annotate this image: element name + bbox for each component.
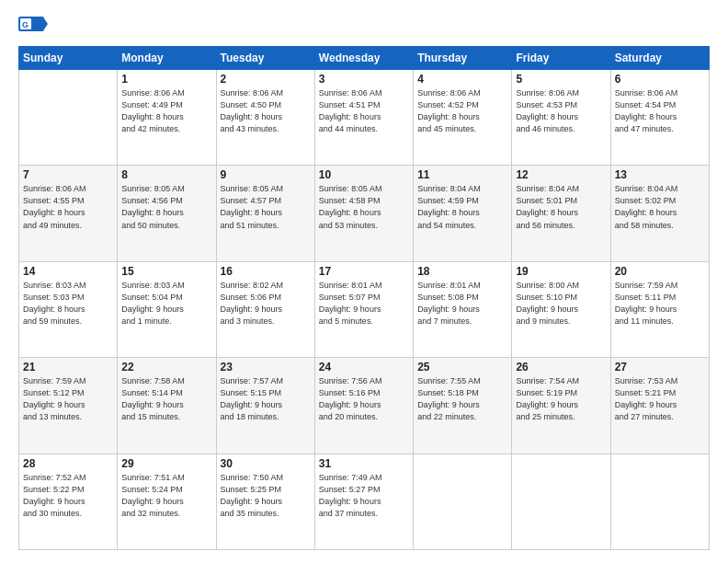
day-number: 6 <box>615 73 705 86</box>
calendar-cell: 19Sunrise: 8:00 AMSunset: 5:10 PMDayligh… <box>512 261 610 357</box>
calendar-cell: 26Sunrise: 7:54 AMSunset: 5:19 PMDayligh… <box>512 358 610 454</box>
calendar-cell: 15Sunrise: 8:03 AMSunset: 5:04 PMDayligh… <box>118 261 216 357</box>
day-info: Sunrise: 8:05 AMSunset: 4:57 PMDaylight:… <box>221 183 311 231</box>
calendar-cell: 6Sunrise: 8:06 AMSunset: 4:54 PMDaylight… <box>610 70 709 166</box>
calendar-cell: 31Sunrise: 7:49 AMSunset: 5:27 PMDayligh… <box>314 454 413 549</box>
day-info: Sunrise: 8:03 AMSunset: 5:04 PMDaylight:… <box>121 280 211 327</box>
page: G SundayMondayTuesdayWednesdayThursdayFr… <box>0 0 728 563</box>
day-info: Sunrise: 8:01 AMSunset: 5:08 PMDaylight:… <box>417 280 507 327</box>
calendar-week-row: 28Sunrise: 7:52 AMSunset: 5:22 PMDayligh… <box>19 454 710 549</box>
calendar-cell: 8Sunrise: 8:05 AMSunset: 4:56 PMDaylight… <box>118 166 216 261</box>
calendar-cell <box>610 454 709 549</box>
calendar-cell: 27Sunrise: 7:53 AMSunset: 5:21 PMDayligh… <box>610 358 709 454</box>
day-number: 10 <box>319 168 409 181</box>
day-info: Sunrise: 7:51 AMSunset: 5:24 PMDaylight:… <box>121 472 211 520</box>
day-number: 29 <box>121 457 211 470</box>
calendar-table: SundayMondayTuesdayWednesdayThursdayFrid… <box>18 46 710 550</box>
day-number: 23 <box>221 361 311 373</box>
day-number: 7 <box>23 168 113 181</box>
calendar-cell: 4Sunrise: 8:06 AMSunset: 4:52 PMDaylight… <box>414 70 512 166</box>
day-info: Sunrise: 7:58 AMSunset: 5:14 PMDaylight:… <box>121 375 211 423</box>
day-info: Sunrise: 7:59 AMSunset: 5:11 PMDaylight:… <box>615 280 705 327</box>
day-number: 16 <box>221 265 311 278</box>
calendar-cell: 14Sunrise: 8:03 AMSunset: 5:03 PMDayligh… <box>19 261 118 357</box>
day-info: Sunrise: 7:59 AMSunset: 5:12 PMDaylight:… <box>23 375 113 423</box>
day-number: 25 <box>417 361 507 373</box>
calendar-cell: 2Sunrise: 8:06 AMSunset: 4:50 PMDaylight… <box>216 70 314 166</box>
day-info: Sunrise: 7:54 AMSunset: 5:19 PMDaylight:… <box>516 375 606 423</box>
calendar-cell: 7Sunrise: 8:06 AMSunset: 4:55 PMDaylight… <box>19 166 118 261</box>
day-info: Sunrise: 7:56 AMSunset: 5:16 PMDaylight:… <box>319 375 409 423</box>
logo-icon: G <box>18 17 48 37</box>
day-number: 1 <box>121 73 211 86</box>
calendar-cell: 20Sunrise: 7:59 AMSunset: 5:11 PMDayligh… <box>610 261 709 357</box>
header: G <box>18 17 710 37</box>
day-info: Sunrise: 8:01 AMSunset: 5:07 PMDaylight:… <box>319 280 409 327</box>
calendar-cell: 24Sunrise: 7:56 AMSunset: 5:16 PMDayligh… <box>314 358 413 454</box>
calendar-cell: 23Sunrise: 7:57 AMSunset: 5:15 PMDayligh… <box>216 358 314 454</box>
logo: G <box>18 17 51 37</box>
calendar-cell: 16Sunrise: 8:02 AMSunset: 5:06 PMDayligh… <box>216 261 314 357</box>
day-number: 20 <box>615 265 705 278</box>
calendar-week-row: 21Sunrise: 7:59 AMSunset: 5:12 PMDayligh… <box>19 358 710 454</box>
calendar-cell: 12Sunrise: 8:04 AMSunset: 5:01 PMDayligh… <box>512 166 610 261</box>
calendar-cell: 21Sunrise: 7:59 AMSunset: 5:12 PMDayligh… <box>19 358 118 454</box>
day-number: 30 <box>221 457 311 470</box>
day-info: Sunrise: 8:06 AMSunset: 4:53 PMDaylight:… <box>516 87 606 135</box>
day-info: Sunrise: 8:04 AMSunset: 4:59 PMDaylight:… <box>417 183 507 231</box>
day-info: Sunrise: 8:04 AMSunset: 5:01 PMDaylight:… <box>516 183 606 231</box>
day-number: 8 <box>121 168 211 181</box>
calendar-cell <box>19 70 118 166</box>
calendar-cell: 25Sunrise: 7:55 AMSunset: 5:18 PMDayligh… <box>414 358 512 454</box>
calendar-cell: 3Sunrise: 8:06 AMSunset: 4:51 PMDaylight… <box>314 70 413 166</box>
header-row: SundayMondayTuesdayWednesdayThursdayFrid… <box>19 47 710 70</box>
day-info: Sunrise: 8:06 AMSunset: 4:50 PMDaylight:… <box>221 87 311 135</box>
day-info: Sunrise: 8:00 AMSunset: 5:10 PMDaylight:… <box>516 280 606 327</box>
day-info: Sunrise: 7:55 AMSunset: 5:18 PMDaylight:… <box>417 375 507 423</box>
day-info: Sunrise: 8:06 AMSunset: 4:51 PMDaylight:… <box>319 87 409 135</box>
calendar-cell: 28Sunrise: 7:52 AMSunset: 5:22 PMDayligh… <box>19 454 118 549</box>
day-info: Sunrise: 8:05 AMSunset: 4:58 PMDaylight:… <box>319 183 409 231</box>
calendar-cell: 5Sunrise: 8:06 AMSunset: 4:53 PMDaylight… <box>512 70 610 166</box>
day-number: 2 <box>221 73 311 86</box>
calendar-cell: 1Sunrise: 8:06 AMSunset: 4:49 PMDaylight… <box>118 70 216 166</box>
weekday-header: Saturday <box>610 47 709 70</box>
day-number: 5 <box>516 73 606 86</box>
day-number: 15 <box>121 265 211 278</box>
day-info: Sunrise: 8:06 AMSunset: 4:54 PMDaylight:… <box>615 87 705 135</box>
day-info: Sunrise: 8:02 AMSunset: 5:06 PMDaylight:… <box>221 280 311 327</box>
weekday-header: Wednesday <box>314 47 413 70</box>
calendar-cell: 10Sunrise: 8:05 AMSunset: 4:58 PMDayligh… <box>314 166 413 261</box>
day-number: 11 <box>417 168 507 181</box>
weekday-header: Monday <box>118 47 216 70</box>
weekday-header: Tuesday <box>216 47 314 70</box>
calendar-cell: 11Sunrise: 8:04 AMSunset: 4:59 PMDayligh… <box>414 166 512 261</box>
calendar-cell <box>512 454 610 549</box>
calendar-cell: 18Sunrise: 8:01 AMSunset: 5:08 PMDayligh… <box>414 261 512 357</box>
day-number: 21 <box>23 361 113 373</box>
day-number: 17 <box>319 265 409 278</box>
day-number: 19 <box>516 265 606 278</box>
day-info: Sunrise: 7:49 AMSunset: 5:27 PMDaylight:… <box>319 472 409 520</box>
day-info: Sunrise: 8:06 AMSunset: 4:55 PMDaylight:… <box>23 183 113 231</box>
day-info: Sunrise: 7:53 AMSunset: 5:21 PMDaylight:… <box>615 375 705 423</box>
day-number: 27 <box>615 361 705 373</box>
day-number: 14 <box>23 265 113 278</box>
weekday-header: Thursday <box>414 47 512 70</box>
weekday-header: Friday <box>512 47 610 70</box>
calendar-cell: 9Sunrise: 8:05 AMSunset: 4:57 PMDaylight… <box>216 166 314 261</box>
day-number: 28 <box>23 457 113 470</box>
calendar-cell <box>414 454 512 549</box>
calendar-cell: 29Sunrise: 7:51 AMSunset: 5:24 PMDayligh… <box>118 454 216 549</box>
day-number: 13 <box>615 168 705 181</box>
day-number: 4 <box>417 73 507 86</box>
day-info: Sunrise: 7:50 AMSunset: 5:25 PMDaylight:… <box>221 472 311 520</box>
day-number: 9 <box>221 168 311 181</box>
day-number: 31 <box>319 457 409 470</box>
day-info: Sunrise: 8:06 AMSunset: 4:49 PMDaylight:… <box>121 87 211 135</box>
calendar-cell: 22Sunrise: 7:58 AMSunset: 5:14 PMDayligh… <box>118 358 216 454</box>
day-info: Sunrise: 8:06 AMSunset: 4:52 PMDaylight:… <box>417 87 507 135</box>
day-info: Sunrise: 7:57 AMSunset: 5:15 PMDaylight:… <box>221 375 311 423</box>
calendar-cell: 13Sunrise: 8:04 AMSunset: 5:02 PMDayligh… <box>610 166 709 261</box>
day-number: 22 <box>121 361 211 373</box>
